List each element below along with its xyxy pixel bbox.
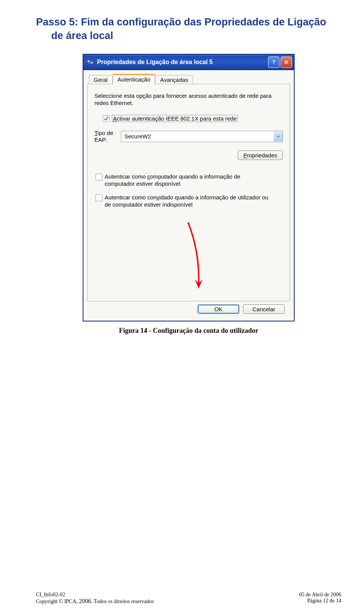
step-number: Passo 5: xyxy=(36,16,78,28)
checkbox-activate-8021x[interactable]: Activar autenticação IEEE 802.1X para es… xyxy=(103,115,283,122)
svg-text:?: ? xyxy=(272,60,276,65)
page: Passo 5: Fim da configuração das Proprie… xyxy=(0,0,364,616)
footer-doc-id: CI_Info02-02 xyxy=(36,592,65,598)
titlebar[interactable]: Propriedades de Ligação de área local 5 … xyxy=(83,55,294,70)
footer-copyright: Copyright © IPCA, 2006. Todos os direito… xyxy=(36,598,154,605)
dialog-title: Propriedades de Ligação de área local 5 xyxy=(97,59,268,66)
properties-dialog: Propriedades de Ligação de área local 5 … xyxy=(83,54,294,321)
tab-autenticacao[interactable]: Autenticação xyxy=(113,74,155,85)
tab-panel-autenticacao: Seleccione esta opção para fornecer aces… xyxy=(87,84,290,301)
close-button[interactable] xyxy=(281,56,292,68)
tab-strip: Geral Autenticação Avançadas xyxy=(87,74,290,84)
eap-type-label: Tipo de EAP: xyxy=(94,130,121,143)
help-button[interactable]: ? xyxy=(268,56,279,68)
figure-caption: Figura 14 - Configuração da conta do uti… xyxy=(36,327,341,335)
dialog-wrapper: Propriedades de Ligação de área local 5 … xyxy=(36,54,341,321)
checkbox-auth-computer[interactable]: Autenticar como computador quando a info… xyxy=(96,173,283,188)
tab-avancadas[interactable]: Avançadas xyxy=(155,75,193,84)
eap-type-select[interactable]: SecureW2 xyxy=(121,131,283,142)
checkbox-auth-guest-label: Autenticar como convidado quando a infor… xyxy=(105,194,268,208)
eap-type-value: SecureW2 xyxy=(124,133,151,140)
step-subtitle: de área local xyxy=(51,29,341,42)
step-title: Fim da configuração das Propriedades de … xyxy=(81,16,326,28)
checkbox-auth-guest[interactable]: Autenticar como convidado quando a infor… xyxy=(96,194,283,208)
checkbox-icon xyxy=(96,194,102,201)
intro-text: Seleccione esta opção para fornecer aces… xyxy=(94,92,283,107)
footer-page-number: Página 12 de 14 xyxy=(307,598,341,605)
red-arrow-annotation xyxy=(184,221,215,296)
checkbox-activate-label: Activar autenticação IEEE 802.1X para es… xyxy=(112,115,238,122)
eap-type-row: Tipo de EAP: SecureW2 xyxy=(94,130,283,143)
ok-button[interactable]: OK xyxy=(198,304,239,314)
dialog-footer: OK Cancelar xyxy=(87,301,290,314)
checkbox-icon xyxy=(96,174,102,180)
tab-geral[interactable]: Geral xyxy=(89,75,113,84)
footer-date: 05 de Abril de 2006 xyxy=(299,592,341,598)
titlebar-buttons: ? xyxy=(268,56,292,68)
step-heading: Passo 5: Fim da configuração das Proprie… xyxy=(36,15,341,43)
network-icon xyxy=(86,58,94,66)
chevron-down-icon xyxy=(274,132,282,141)
page-footer: CI_Info02-02 05 de Abril de 2006 Copyrig… xyxy=(36,592,341,605)
checkbox-auth-computer-label: Autenticar como computador quando a info… xyxy=(105,173,240,188)
svg-rect-0 xyxy=(88,60,90,62)
cancel-button[interactable]: Cancelar xyxy=(243,304,285,314)
properties-button[interactable]: Propriedades xyxy=(238,150,283,160)
checkbox-icon xyxy=(103,115,110,122)
dialog-body: Geral Autenticação Avançadas Seleccione … xyxy=(83,70,294,321)
properties-button-row: Propriedades xyxy=(94,150,283,160)
